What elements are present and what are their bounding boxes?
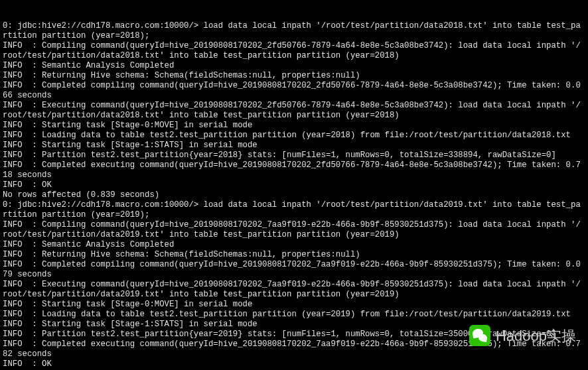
- terminal-line: INFO : Completed compiling command(query…: [3, 260, 585, 280]
- terminal-line: INFO : Starting task [Stage-0:MOVE] in s…: [3, 300, 585, 310]
- terminal-line: INFO : Completed executing command(query…: [3, 339, 585, 359]
- terminal-line: INFO : Completed executing command(query…: [3, 160, 585, 180]
- terminal-line: INFO : Semantic Analysis Completed: [3, 61, 585, 71]
- terminal-line: INFO : Partition test2.test_partition{ye…: [3, 151, 585, 160]
- terminal-line: INFO : Returning Hive schema: Schema(fie…: [3, 250, 585, 260]
- terminal-line: INFO : Starting task [Stage-1:STATS] in …: [3, 320, 585, 330]
- terminal-line: INFO : Compiling command(queryId=hive_20…: [3, 220, 585, 240]
- terminal-line: INFO : Partition test2.test_partition{ye…: [3, 330, 585, 339]
- terminal-line: INFO : Compiling command(queryId=hive_20…: [3, 41, 585, 61]
- terminal-line: INFO : Executing command(queryId=hive_20…: [3, 101, 585, 121]
- terminal-line: INFO : Starting task [Stage-1:STATS] in …: [3, 141, 585, 151]
- terminal-line: INFO : Executing command(queryId=hive_20…: [3, 280, 585, 300]
- terminal-line: 0: jdbc:hive2://cdh178.macro.com:10000/>…: [3, 200, 585, 220]
- terminal-line: INFO : Semantic Analysis Completed: [3, 240, 585, 250]
- terminal-line: 0: jdbc:hive2://cdh178.macro.com:10000/>…: [3, 21, 585, 41]
- terminal-line: INFO : OK: [3, 359, 585, 369]
- terminal-line: INFO : OK: [3, 180, 585, 190]
- terminal-output[interactable]: 0: jdbc:hive2://cdh178.macro.com:10000/>…: [0, 0, 588, 370]
- terminal-line: INFO : Starting task [Stage-0:MOVE] in s…: [3, 121, 585, 131]
- terminal-line: INFO : Loading data to table test2.test_…: [3, 131, 585, 141]
- terminal-line: No rows affected (0.839 seconds): [3, 190, 585, 200]
- terminal-line: INFO : Completed compiling command(query…: [3, 81, 585, 101]
- terminal-line: INFO : Loading data to table test2.test_…: [3, 310, 585, 320]
- terminal-line: INFO : Returning Hive schema: Schema(fie…: [3, 71, 585, 81]
